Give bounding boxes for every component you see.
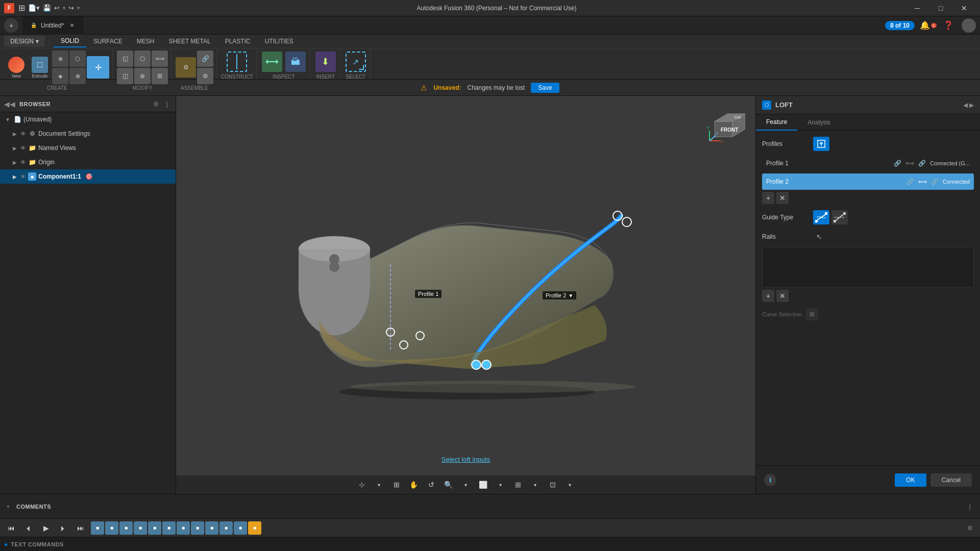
tab-solid[interactable]: SOLID — [54, 35, 86, 47]
rails-add-button[interactable]: + — [762, 290, 774, 302]
vt-grid-dropdown[interactable]: ▾ — [528, 477, 543, 492]
profiles-select-button[interactable] — [813, 137, 829, 151]
vt-window-dropdown[interactable]: ▾ — [493, 477, 508, 492]
info-icon[interactable]: ℹ — [764, 474, 776, 486]
rails-remove-button[interactable]: ✕ — [776, 290, 789, 302]
modify-btn3[interactable]: ⬠ — [134, 51, 151, 67]
help-icon[interactable]: ❓ — [941, 18, 955, 33]
tl-item-9[interactable]: ■ — [205, 521, 218, 535]
inspect-btn1[interactable]: ⟷ — [261, 51, 283, 73]
timeline-forward[interactable]: ⏵ — [56, 521, 70, 535]
assemble-btn1[interactable]: ⚙ — [176, 57, 196, 78]
tree-item-origin[interactable]: ▶ 👁 📁 Origin — [0, 155, 176, 169]
tl-item-12[interactable]: ■ — [248, 521, 261, 535]
comments-add-icon[interactable]: + — [4, 503, 12, 511]
modify-btn5[interactable]: ⟺ — [152, 51, 168, 67]
create-small1[interactable]: ⊕ — [52, 51, 68, 67]
cancel-button[interactable]: Cancel — [930, 473, 972, 487]
vt-window-btn[interactable]: ⬜ — [476, 477, 491, 492]
modify-group-label[interactable]: MODIFY — [133, 85, 153, 91]
tab-close-button[interactable]: ✕ — [68, 21, 76, 30]
tl-item-5[interactable]: ■ — [148, 521, 161, 535]
close-button[interactable]: ✕ — [952, 0, 976, 16]
version-counter[interactable]: 8 of 10 — [885, 21, 915, 30]
create-btn1[interactable]: New — [5, 56, 28, 79]
modify-btn2[interactable]: ◫ — [117, 68, 133, 84]
profile1-item[interactable]: Profile 1 🔗 ⟺ 🔗 Connected (G... — [762, 155, 974, 171]
create-small2[interactable]: ◈ — [52, 68, 68, 84]
profiles-add-button[interactable]: + — [762, 192, 774, 204]
save-button[interactable]: Save — [531, 83, 559, 93]
vt-cursor-dropdown[interactable]: ▾ — [372, 477, 387, 492]
vt-snap-btn[interactable]: ⊞ — [389, 477, 404, 492]
design-dropdown[interactable]: DESIGN ▾ — [4, 36, 45, 47]
comments-expand-icon[interactable]: | — [964, 500, 976, 513]
undo-icon[interactable]: ↩ — [54, 4, 60, 12]
guide-type-btn1[interactable] — [813, 210, 829, 224]
timeline-settings[interactable]: ⚙ — [964, 522, 976, 534]
timeline-play[interactable]: ▶ — [39, 521, 53, 535]
create-group-label[interactable]: CREATE — [47, 85, 67, 91]
redo-dropdown[interactable]: ▾ — [77, 5, 80, 11]
assemble-group-label[interactable]: ASSEMBLE — [181, 85, 208, 91]
create-btn2[interactable]: □ Extrude — [29, 56, 51, 79]
loft-tab-analysis[interactable]: Analysis — [797, 114, 841, 131]
tl-item-11[interactable]: ■ — [234, 521, 247, 535]
create-small3[interactable]: ⬡ — [69, 51, 86, 67]
tree-item-component[interactable]: ▶ 👁 ■ Component1:1 🎯 — [0, 169, 176, 184]
timeline-forward-end[interactable]: ⏭ — [74, 521, 88, 535]
guide-type-btn2[interactable] — [831, 210, 848, 224]
tl-item-2[interactable]: ■ — [105, 521, 118, 535]
tree-item-namedviews[interactable]: ▶ 👁 📁 Named Views — [0, 141, 176, 155]
construct-group-label[interactable]: CONSTRUCT — [221, 74, 253, 80]
tree-item-docsettings[interactable]: ▶ 👁 ⚙ Document Settings — [0, 127, 176, 141]
tl-item-1[interactable]: ■ — [91, 521, 104, 535]
assemble-btn3[interactable]: ⚙ — [197, 68, 213, 84]
insert-btn1[interactable]: ⬇ — [314, 51, 337, 73]
profiles-remove-button[interactable]: ✕ — [776, 192, 789, 204]
vt-display-btn[interactable]: ⊡ — [545, 477, 560, 492]
maximize-button[interactable]: □ — [929, 0, 952, 16]
minimize-button[interactable]: ─ — [905, 0, 929, 16]
tl-item-10[interactable]: ■ — [219, 521, 233, 535]
assemble-btn2[interactable]: 🔗 — [197, 51, 213, 67]
document-tab[interactable]: 🔒 Untitled* ✕ — [22, 16, 85, 35]
sidebar-back-icon[interactable]: ◀◀ — [4, 100, 15, 108]
user-avatar[interactable] — [962, 18, 976, 33]
vt-zoom-btn[interactable]: 🔍 — [441, 477, 456, 492]
modify-btn1[interactable]: ◱ — [117, 51, 133, 67]
tab-plastic[interactable]: PLASTIC — [218, 36, 258, 47]
profile1-label[interactable]: Profile 1 — [415, 290, 442, 298]
tab-sheetmetal[interactable]: SHEET METAL — [161, 36, 217, 47]
modify-btn6[interactable]: ⊞ — [152, 68, 168, 84]
tab-utilities[interactable]: UTILITIES — [258, 36, 301, 47]
viewport[interactable]: Profile 1 Profile 2 ▼ Select loft inputs… — [176, 96, 755, 494]
tl-item-6[interactable]: ■ — [162, 521, 176, 535]
inspect-group-label[interactable]: INSPECT — [273, 74, 295, 80]
vt-grid-btn[interactable]: ⊞ — [510, 477, 526, 492]
tl-item-3[interactable]: ■ — [119, 521, 133, 535]
vt-display-dropdown[interactable]: ▾ — [562, 477, 578, 492]
timeline-back-start[interactable]: ⏮ — [4, 521, 18, 535]
save-icon[interactable]: 💾 — [43, 4, 51, 12]
tl-item-7[interactable]: ■ — [177, 521, 190, 535]
add-tab-button[interactable]: + — [4, 18, 18, 33]
vt-orbit-btn[interactable]: ↺ — [424, 477, 439, 492]
vt-cursor-btn[interactable]: ⊹ — [354, 477, 370, 492]
vt-zoom-dropdown[interactable]: ▾ — [458, 477, 474, 492]
inspect-btn2[interactable]: 🏔 — [284, 51, 307, 73]
create-move-btn[interactable]: ✛ — [87, 56, 109, 79]
viewcube[interactable]: FRONT TOP X Y Z — [704, 106, 745, 147]
sidebar-toggle-icon[interactable]: | — [162, 99, 172, 109]
sidebar-settings-icon[interactable]: ⚙ — [151, 99, 160, 109]
select-group-label[interactable]: SELECT — [346, 74, 365, 80]
vt-pan-btn[interactable]: ✋ — [406, 477, 422, 492]
component-target-icon[interactable]: 🎯 — [85, 173, 93, 180]
undo-dropdown[interactable]: ▾ — [63, 5, 65, 11]
tab-mesh[interactable]: MESH — [130, 36, 162, 47]
file-menu[interactable]: 📄▾ — [28, 4, 40, 12]
profile2-label[interactable]: Profile 2 ▼ — [543, 291, 576, 299]
select-loft-label[interactable]: Select loft inputs — [442, 456, 490, 463]
tree-item-unsaved[interactable]: ▼ 📄 (Unsaved) — [0, 112, 176, 127]
profile2-item[interactable]: Profile 2 🔗 ⟺ 🔗 Connected — [762, 173, 974, 190]
